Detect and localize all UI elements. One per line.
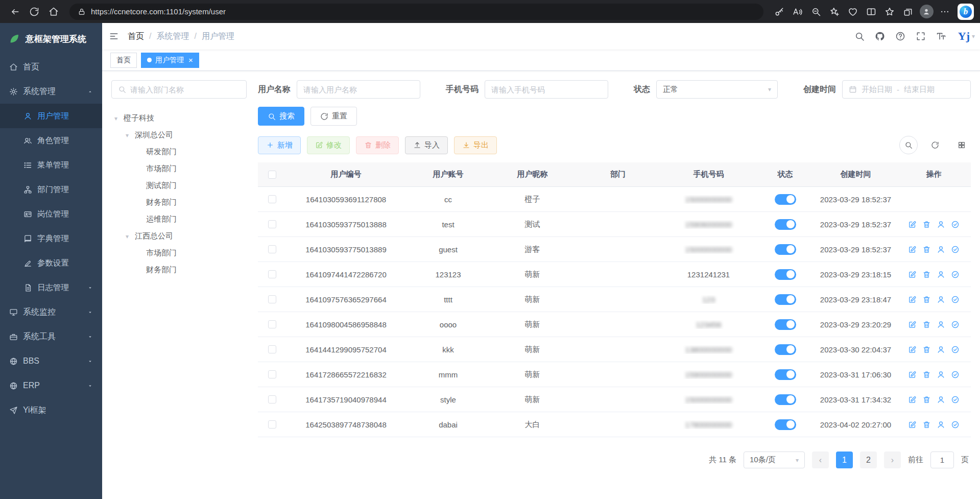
edit-icon[interactable] [908,345,917,354]
row-checkbox[interactable] [268,245,276,253]
reset-password-icon[interactable] [937,320,945,329]
reset-password-icon[interactable] [937,270,945,279]
delete-icon[interactable] [922,295,931,304]
assign-role-icon[interactable] [951,295,960,304]
tree-node[interactable]: ▾ 财务部门 [111,194,247,211]
reset-password-icon[interactable] [937,220,945,229]
tree-node[interactable]: ▾ 运维部门 [111,211,247,228]
split-screen-icon[interactable] [863,3,880,20]
sidebar-item-edit[interactable]: 参数设置 [0,251,102,275]
delete-icon[interactable] [922,420,931,429]
delete-icon[interactable] [922,320,931,329]
delete-button[interactable]: 删除 [356,136,399,154]
browser-refresh-button[interactable] [26,3,43,20]
tree-node[interactable]: ▾ 研发部门 [111,144,247,160]
delete-icon[interactable] [922,270,931,279]
row-checkbox[interactable] [268,345,276,353]
sidebar-item-home[interactable]: 首页 [0,55,102,79]
delete-icon[interactable] [922,220,931,229]
browser-back-button[interactable] [6,3,23,20]
edit-icon[interactable] [908,370,917,379]
breadcrumb-system[interactable]: 系统管理 [156,31,189,42]
assign-role-icon[interactable] [951,370,960,379]
date-range-picker[interactable]: 开始日期 - 结束日期 [842,80,971,99]
bing-chat-icon[interactable]: b [958,4,974,20]
tree-node[interactable]: ▾ 橙子科技 [111,110,247,127]
browser-home-button[interactable] [45,3,62,20]
sidebar-item-send[interactable]: Yi框架 [0,398,102,422]
row-checkbox[interactable] [268,220,276,228]
reset-password-icon[interactable] [937,370,945,379]
close-tab-icon[interactable]: × [188,56,193,64]
fullscreen-icon[interactable] [912,28,929,45]
edit-icon[interactable] [908,295,917,304]
status-toggle[interactable] [775,294,796,305]
row-checkbox[interactable] [268,395,276,403]
add-favorite-icon[interactable] [826,3,843,20]
row-checkbox[interactable] [268,295,276,303]
edit-icon[interactable] [908,320,917,329]
reset-password-icon[interactable] [937,420,945,429]
edit-button[interactable]: 修改 [307,136,350,154]
row-checkbox[interactable] [268,270,276,278]
user-avatar[interactable]: Yj▾ [958,30,975,43]
collapse-menu-button[interactable] [105,28,123,45]
goto-page-input[interactable] [930,452,954,468]
sidebar-item-book[interactable]: 字典管理 [0,226,102,251]
header-search-icon[interactable] [851,28,868,45]
tree-node[interactable]: ▾ 市场部门 [111,245,247,262]
tab-home[interactable]: 首页 [110,53,137,68]
github-icon[interactable] [871,28,889,45]
import-button[interactable]: 导入 [405,136,448,154]
edit-icon[interactable] [908,420,917,429]
delete-icon[interactable] [922,245,931,254]
phone-input[interactable] [485,80,608,99]
row-checkbox[interactable] [268,195,276,203]
edit-icon[interactable] [908,245,917,254]
read-aloud-icon[interactable] [789,3,806,20]
reset-button[interactable]: 重置 [310,107,357,126]
edit-icon[interactable] [908,270,917,279]
assign-role-icon[interactable] [951,345,960,354]
user-name-input[interactable] [297,80,420,99]
select-all-checkbox[interactable] [268,171,276,179]
profile-avatar[interactable] [918,3,935,20]
status-toggle[interactable] [775,419,796,430]
assign-role-icon[interactable] [951,395,960,404]
status-select[interactable]: 正常 ▾ [656,80,778,99]
reset-password-icon[interactable] [937,395,945,404]
reset-password-icon[interactable] [937,345,945,354]
status-toggle[interactable] [775,244,796,255]
delete-icon[interactable] [922,370,931,379]
sidebar-item-log[interactable]: 日志管理 [0,275,102,300]
reset-password-icon[interactable] [937,245,945,254]
row-checkbox[interactable] [268,420,276,429]
sidebar-item-globe[interactable]: BBS [0,349,102,373]
help-icon[interactable] [892,28,909,45]
refresh-table-icon[interactable] [926,136,944,154]
status-toggle[interactable] [775,319,796,330]
status-toggle[interactable] [775,369,796,380]
tree-node[interactable]: ▾ 财务部门 [111,262,247,278]
sidebar-item-user[interactable]: 用户管理 [0,104,102,128]
status-toggle[interactable] [775,219,796,230]
export-button[interactable]: 导出 [454,136,497,154]
status-toggle[interactable] [775,394,796,405]
password-key-icon[interactable] [771,3,788,20]
sidebar-item-list[interactable]: 菜单管理 [0,153,102,177]
sidebar-item-globe[interactable]: ERP [0,373,102,398]
tab-user-management[interactable]: 用户管理× [141,53,199,68]
search-button[interactable]: 搜索 [258,107,304,126]
address-bar[interactable]: https://ccnetcore.com:1101/system/user [69,4,763,20]
sidebar-item-tree[interactable]: 部门管理 [0,177,102,202]
browser-menu-icon[interactable] [936,3,953,20]
delete-icon[interactable] [922,345,931,354]
reset-password-icon[interactable] [937,295,945,304]
sidebar-item-badge[interactable]: 岗位管理 [0,202,102,226]
next-page-button[interactable]: › [884,452,901,468]
assign-role-icon[interactable] [951,270,960,279]
favorites-icon[interactable] [881,3,898,20]
status-toggle[interactable] [775,194,796,205]
dept-search-input[interactable] [130,85,240,94]
row-checkbox[interactable] [268,370,276,378]
